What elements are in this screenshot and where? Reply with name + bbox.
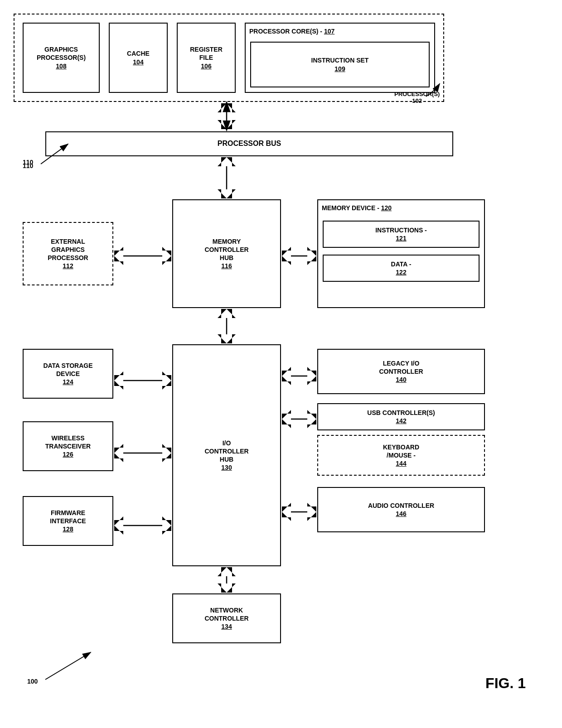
register-file-label: REGISTERFILE	[190, 45, 223, 62]
data-storage-box: DATA STORAGEDEVICE 124	[23, 349, 113, 399]
ref-100-label: 100	[27, 678, 38, 685]
keyboard-ref: 144	[396, 459, 406, 468]
network-label: NETWORKCONTROLLER	[204, 606, 248, 622]
mch-ref: 116	[221, 262, 232, 270]
svg-marker-36	[218, 583, 236, 593]
svg-marker-14	[218, 309, 236, 318]
audio-ref: 146	[396, 510, 406, 518]
instruction-set-box: INSTRUCTION SET 109	[250, 42, 430, 87]
svg-marker-4	[218, 120, 236, 129]
svg-marker-23	[114, 516, 123, 535]
processor-core-box: PROCESSOR CORE(S) - 107 INSTRUCTION SET …	[245, 23, 435, 93]
svg-marker-8	[114, 247, 123, 265]
svg-marker-18	[162, 371, 171, 390]
instruction-set-label: INSTRUCTION SET	[311, 56, 369, 64]
external-graphics-label: EXTERNALGRAPHICSPROCESSOR	[48, 237, 88, 262]
cache-ref: 104	[133, 58, 143, 66]
external-graphics-ref: 112	[63, 262, 73, 270]
memory-device-box: MEMORY DEVICE - 120 INSTRUCTIONS - 121 D…	[317, 199, 485, 308]
audio-box: AUDIO CONTROLLER 146	[317, 487, 485, 532]
legacy-io-box: LEGACY I/OCONTROLLER 140	[317, 349, 485, 394]
memory-device-ref: 120	[381, 204, 392, 212]
processor-core-label: PROCESSOR CORE(S) -	[249, 28, 324, 35]
processor-bus-box: PROCESSOR BUS	[45, 131, 453, 156]
svg-marker-29	[282, 410, 291, 428]
keyboard-label: KEYBOARD/MOUSE -	[383, 443, 419, 459]
svg-marker-30	[307, 410, 316, 428]
network-ref: 134	[221, 622, 232, 631]
usb-label: USB CONTROLLER(S)	[367, 409, 435, 417]
mch-label: MEMORYCONTROLLERHUB	[204, 237, 248, 262]
io-hub-label: I/OCONTROLLERHUB	[204, 439, 248, 464]
firmware-ref: 128	[63, 525, 73, 533]
instructions-label: INSTRUCTIONS -	[375, 226, 427, 234]
fig-label: FIG. 1	[485, 675, 526, 692]
firmware-label: FIRMWAREINTERFACE	[50, 509, 86, 525]
svg-marker-6	[218, 189, 236, 198]
svg-marker-24	[162, 516, 171, 535]
graphics-processor-ref: 108	[56, 62, 66, 70]
cache-box: CACHE 104	[109, 23, 168, 93]
data-mem-ref: 122	[396, 268, 406, 276]
data-mem-label: DATA -	[391, 260, 412, 268]
svg-marker-20	[114, 444, 123, 462]
svg-marker-5	[218, 157, 236, 166]
cache-label: CACHE	[127, 49, 150, 58]
legacy-io-ref: 140	[396, 376, 406, 384]
svg-marker-26	[282, 367, 291, 385]
bus-110-label: 110	[23, 162, 33, 169]
graphics-processor-box: GRAPHICSPROCESSOR(S) 108	[23, 23, 100, 93]
svg-marker-11	[282, 247, 291, 265]
svg-line-38	[45, 652, 91, 680]
audio-label: AUDIO CONTROLLER	[368, 501, 434, 510]
network-box: NETWORKCONTROLLER 134	[172, 593, 281, 643]
data-mem-box: DATA - 122	[323, 255, 480, 282]
graphics-processor-label: GRAPHICSPROCESSOR(S)	[37, 45, 86, 62]
memory-device-label: MEMORY DEVICE -	[322, 204, 381, 212]
mch-box: MEMORYCONTROLLERHUB 116	[172, 199, 281, 308]
svg-marker-33	[307, 503, 316, 521]
instructions-box: INSTRUCTIONS - 121	[323, 221, 480, 248]
diagram: PROCESSOR(S) 102 GRAPHICSPROCESSOR(S) 10…	[0, 0, 562, 728]
svg-marker-9	[162, 247, 171, 265]
svg-marker-17	[114, 371, 123, 390]
io-hub-ref: 130	[221, 463, 232, 472]
io-hub-box: I/OCONTROLLERHUB 130	[172, 344, 281, 566]
usb-box: USB CONTROLLER(S) 142	[317, 403, 485, 430]
svg-marker-32	[282, 503, 291, 521]
register-file-box: REGISTERFILE 106	[177, 23, 236, 93]
svg-marker-15	[218, 334, 236, 343]
wireless-ref: 126	[63, 450, 73, 458]
register-file-ref: 106	[201, 62, 211, 70]
firmware-box: FIRMWAREINTERFACE 128	[23, 496, 113, 546]
keyboard-box: KEYBOARD/MOUSE - 144	[317, 435, 485, 476]
wireless-box: WIRELESSTRANSCEIVER 126	[23, 421, 113, 471]
data-storage-ref: 124	[63, 378, 73, 386]
external-graphics-box: EXTERNALGRAPHICSPROCESSOR 112	[23, 222, 113, 285]
instructions-ref: 121	[396, 234, 406, 242]
processor-bus-label: PROCESSOR BUS	[218, 139, 281, 149]
wireless-label: WIRELESSTRANSCEIVER	[45, 434, 91, 450]
svg-marker-27	[307, 367, 316, 385]
svg-marker-12	[307, 247, 316, 265]
svg-marker-21	[162, 444, 171, 462]
data-storage-label: DATA STORAGEDEVICE	[43, 362, 92, 378]
svg-marker-35	[218, 567, 236, 576]
instruction-set-ref: 109	[334, 65, 345, 73]
legacy-io-label: LEGACY I/OCONTROLLER	[379, 359, 423, 376]
processor-core-ref: 107	[324, 28, 334, 35]
svg-marker-3	[218, 103, 236, 112]
usb-ref: 142	[396, 417, 406, 425]
